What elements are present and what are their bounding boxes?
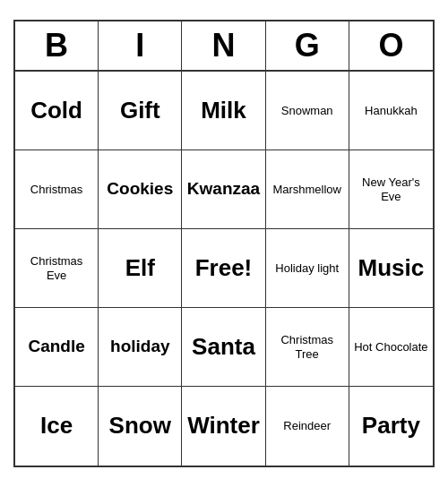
bingo-cell-18: Christmas Tree [266,308,349,387]
header-letter: N [182,21,265,70]
bingo-cell-16: holiday [99,308,182,387]
bingo-cell-0: Cold [15,72,99,150]
bingo-cell-3: Snowman [266,72,349,150]
header-letter: B [15,21,99,70]
bingo-cell-17: Santa [182,308,265,387]
bingo-cell-5: Christmas [15,150,99,229]
bingo-cell-24: Party [349,387,433,466]
header-letter: O [349,21,433,70]
bingo-cell-20: Ice [15,387,99,466]
header-letter: I [99,21,182,70]
bingo-header: BINGO [15,21,433,72]
bingo-cell-4: Hanukkah [349,72,433,150]
bingo-cell-14: Music [349,229,433,308]
bingo-cell-1: Gift [99,72,182,150]
bingo-cell-21: Snow [99,387,182,466]
bingo-cell-9: New Year's Eve [349,150,433,229]
bingo-cell-10: Christmas Eve [15,229,99,308]
bingo-cell-15: Candle [15,308,99,387]
bingo-cell-22: Winter [182,387,265,466]
bingo-cell-23: Reindeer [266,387,349,466]
bingo-cell-13: Holiday light [266,229,349,308]
bingo-cell-7: Kwanzaa [182,150,265,229]
bingo-card: BINGO ColdGiftMilkSnowmanHanukkahChristm… [13,20,435,467]
bingo-cell-6: Cookies [99,150,182,229]
bingo-cell-12: Free! [182,229,265,308]
bingo-cell-2: Milk [182,72,265,150]
bingo-grid: ColdGiftMilkSnowmanHanukkahChristmasCook… [15,72,433,466]
bingo-cell-8: Marshmellow [266,150,349,229]
bingo-cell-19: Hot Chocolate [349,308,433,387]
bingo-cell-11: Elf [99,229,182,308]
header-letter: G [266,21,349,70]
